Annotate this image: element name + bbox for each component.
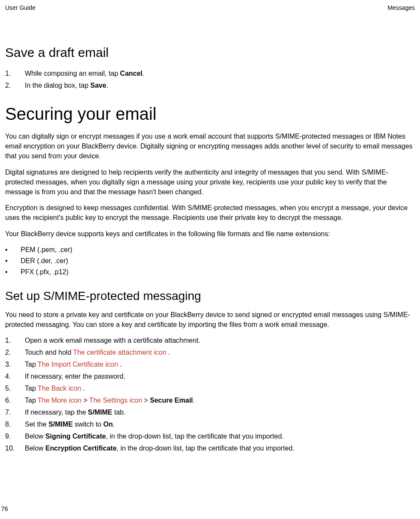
list-item: Tap The Import Certificate icon . [5,359,415,370]
more-icon: The More icon [38,397,81,404]
page-number: 76 [1,505,8,512]
list-item: If necessary, enter the password. [5,371,415,382]
list-item: Below Signing Certificate, in the drop-d… [5,431,415,442]
list-item: Touch and hold The certificate attachmen… [5,347,415,358]
certificate-attachment-icon: The certificate attachment icon [73,349,167,356]
list-item: PEM (.pem, .cer) [5,245,415,255]
list-item: In the dialog box, tap Save. [5,80,415,91]
paragraph: You can digitally sign or encrypt messag… [5,131,415,161]
formats-list: PEM (.pem, .cer) DER (.der, .cer) PFX (.… [5,245,415,277]
list-item: Open a work email message with a certifi… [5,335,415,346]
paragraph: Digital signatures are designed to help … [5,167,415,197]
section-title-save-draft: Save a draft email [5,45,415,60]
paragraph: Your BlackBerry device supports keys and… [5,229,415,239]
settings-icon: The Settings icon [89,397,142,404]
list-item: Tap The Back icon . [5,383,415,394]
header-right: Messages [387,4,415,11]
import-certificate-icon: The Import Certificate icon [38,361,118,368]
list-item: If necessary, tap the S/MIME tab. [5,407,415,418]
smime-steps: Open a work email message with a certifi… [5,335,415,454]
section-title-securing-email: Securing your email [5,104,415,124]
paragraph: Encryption is designed to keep messages … [5,203,415,222]
list-item: Tap The More icon > The Settings icon > … [5,395,415,406]
list-item: Set the S/MIME switch to On. [5,419,415,430]
list-item: PFX (.pfx, .p12) [5,267,415,277]
back-icon: The Back icon [38,385,81,392]
paragraph: You need to store a private key and cert… [5,310,415,329]
page-header: User Guide Messages [5,4,415,11]
list-item: Below Encryption Certificate, in the dro… [5,443,415,454]
header-left: User Guide [5,4,36,11]
save-draft-steps: While composing an email, tap Cancel. In… [5,68,415,91]
list-item: DER (.der, .cer) [5,256,415,266]
section-title-setup-smime: Set up S/MIME-protected messaging [5,289,415,303]
list-item: While composing an email, tap Cancel. [5,68,415,79]
